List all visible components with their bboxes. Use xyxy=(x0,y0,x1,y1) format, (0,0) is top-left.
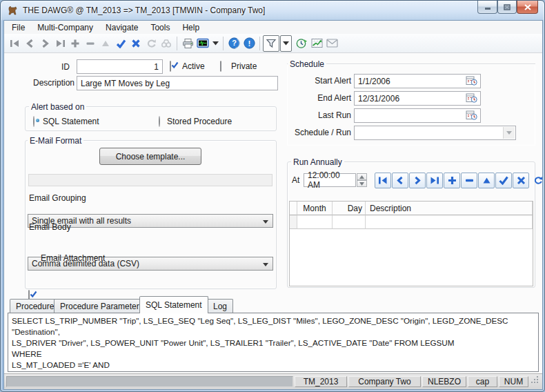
print-icon[interactable] xyxy=(180,36,195,51)
tab-procedure-parameters[interactable]: Procedure Parameters xyxy=(54,299,150,313)
choose-template-label: Choose template... xyxy=(116,152,186,161)
run-at-label: At xyxy=(292,175,299,185)
start-alert-field[interactable]: 1/1/2006 xyxy=(354,74,481,88)
window-title: THE DAWG® @ TM_2013 => TM_2013 [TMWIN - … xyxy=(23,6,265,15)
chart-icon[interactable] xyxy=(309,36,324,51)
grid-previous-icon[interactable] xyxy=(392,173,408,188)
grid-header-description[interactable]: Description xyxy=(366,202,533,215)
info-icon[interactable]: ! xyxy=(241,36,257,51)
next-record-icon[interactable] xyxy=(37,36,52,51)
menu-tools[interactable]: Tools xyxy=(144,22,176,33)
grid-cell-day[interactable] xyxy=(333,215,366,229)
title-bar[interactable]: THE DAWG® @ TM_2013 => TM_2013 [TMWIN - … xyxy=(1,1,545,20)
refresh-icon[interactable] xyxy=(143,36,159,51)
grid-header-row: Month Day Description xyxy=(290,202,533,215)
choose-template-button[interactable]: Choose template... xyxy=(99,148,201,165)
start-alert-value: 1/1/2006 xyxy=(358,77,390,86)
email-grouping-label: Email Grouping xyxy=(29,193,86,203)
add-record-icon[interactable] xyxy=(68,36,83,51)
sql-statement-radio[interactable] xyxy=(33,116,34,127)
tab-procedure[interactable]: Procedure xyxy=(10,299,60,313)
private-label: Private xyxy=(231,61,257,71)
email-icon[interactable] xyxy=(324,36,339,51)
maximize-button[interactable] xyxy=(497,1,517,14)
application-window: THE DAWG® @ TM_2013 => TM_2013 [TMWIN - … xyxy=(0,0,545,392)
description-field[interactable]: Large MT Moves by Leg xyxy=(77,76,278,90)
grid-accept-icon[interactable] xyxy=(495,173,512,188)
grid-delete-icon[interactable] xyxy=(461,173,477,188)
run-annually-grid[interactable]: Month Day Description xyxy=(289,201,533,286)
filter-icon[interactable] xyxy=(263,35,279,52)
active-checkbox[interactable] xyxy=(170,61,171,72)
time-spin-up-button[interactable] xyxy=(357,173,367,180)
previous-record-icon[interactable] xyxy=(22,36,37,51)
resize-grip[interactable] xyxy=(531,376,541,387)
email-attachment-label: Email Attachment xyxy=(41,253,105,263)
svg-text:?: ? xyxy=(232,39,237,47)
last-run-datepicker-icon[interactable] xyxy=(466,110,477,121)
menu-help[interactable]: Help xyxy=(176,22,206,33)
toolbar-separator xyxy=(177,37,177,50)
template-field xyxy=(28,174,272,186)
accept-icon[interactable] xyxy=(113,36,128,51)
close-button[interactable] xyxy=(517,1,538,14)
email-body-label: Email Body xyxy=(29,222,71,232)
menu-file[interactable]: File xyxy=(6,22,31,33)
chevron-down-icon xyxy=(506,131,512,135)
grid-add-icon[interactable] xyxy=(444,173,460,188)
grid-header-day[interactable]: Day xyxy=(333,202,366,215)
grid-up-icon[interactable] xyxy=(478,173,495,188)
stored-procedure-radio[interactable] xyxy=(159,116,160,127)
description-label: Description xyxy=(33,78,75,88)
delete-record-icon[interactable] xyxy=(83,36,98,51)
menu-bar: File Multi-Company Navigate Tools Help xyxy=(4,21,542,34)
monitor-dropdown-icon[interactable] xyxy=(210,36,220,51)
id-field[interactable]: 1 xyxy=(77,59,163,74)
find-icon[interactable] xyxy=(159,36,174,51)
grid-header-month[interactable]: Month xyxy=(297,202,333,215)
up-icon[interactable] xyxy=(98,36,113,51)
grid-first-icon[interactable] xyxy=(375,173,391,188)
menu-navigate[interactable]: Navigate xyxy=(99,22,144,33)
grid-cell-description[interactable] xyxy=(366,215,533,229)
toolbar-separator xyxy=(259,37,260,50)
monitor-icon[interactable] xyxy=(195,36,210,51)
first-record-icon[interactable] xyxy=(7,36,22,51)
end-alert-field[interactable]: 12/31/2006 xyxy=(354,91,481,106)
grid-cancel-icon[interactable] xyxy=(513,173,529,188)
grid-next-icon[interactable] xyxy=(409,173,426,188)
grid-row-selector[interactable] xyxy=(290,215,297,229)
tab-sql-statement[interactable]: SQL Statement xyxy=(139,296,208,313)
run-time-field[interactable]: 12:00:00 AM xyxy=(304,173,356,187)
time-spin-down-button[interactable] xyxy=(357,180,367,187)
menu-multi-company[interactable]: Multi-Company xyxy=(31,22,99,33)
grid-refresh-icon[interactable] xyxy=(530,173,545,188)
start-alert-datepicker-icon[interactable] xyxy=(466,75,477,86)
active-label: Active xyxy=(182,61,205,71)
cancel-icon[interactable] xyxy=(128,36,143,51)
status-company: Company Two xyxy=(348,376,421,387)
end-alert-datepicker-icon[interactable] xyxy=(466,92,477,104)
tab-log[interactable]: Log xyxy=(207,299,233,313)
filter-dropdown-icon[interactable] xyxy=(280,35,292,52)
minimize-button[interactable] xyxy=(477,1,497,14)
grid-empty-row[interactable] xyxy=(290,215,533,229)
grid-last-icon[interactable] xyxy=(426,173,443,188)
last-record-icon[interactable] xyxy=(52,36,68,51)
status-message-panel xyxy=(6,376,293,387)
sql-statement-text[interactable]: SELECT LS_TRIP_NUMBER "Trip", LS_LEG_SEQ… xyxy=(8,313,539,372)
start-alert-label: Start Alert xyxy=(282,76,351,86)
app-dog-icon xyxy=(7,5,18,16)
schedule-run-dropdown-button[interactable] xyxy=(503,127,515,139)
schedule-clock-icon[interactable] xyxy=(294,36,309,51)
grid-cell-month[interactable] xyxy=(297,215,333,229)
schedule-run-label: Schedule / Run xyxy=(282,128,351,137)
help-icon[interactable]: ? xyxy=(226,36,241,51)
description-value: Large MT Moves by Leg xyxy=(81,79,170,88)
private-checkbox[interactable] xyxy=(220,61,221,72)
last-run-field[interactable] xyxy=(354,108,481,123)
schedule-run-combo[interactable] xyxy=(354,126,516,140)
schedule-title: Schedule xyxy=(288,59,326,69)
stored-procedure-radio-label: Stored Procedure xyxy=(167,117,232,126)
status-bar: TM_2013 Company Two NLEBZO cap NUM xyxy=(4,373,542,389)
